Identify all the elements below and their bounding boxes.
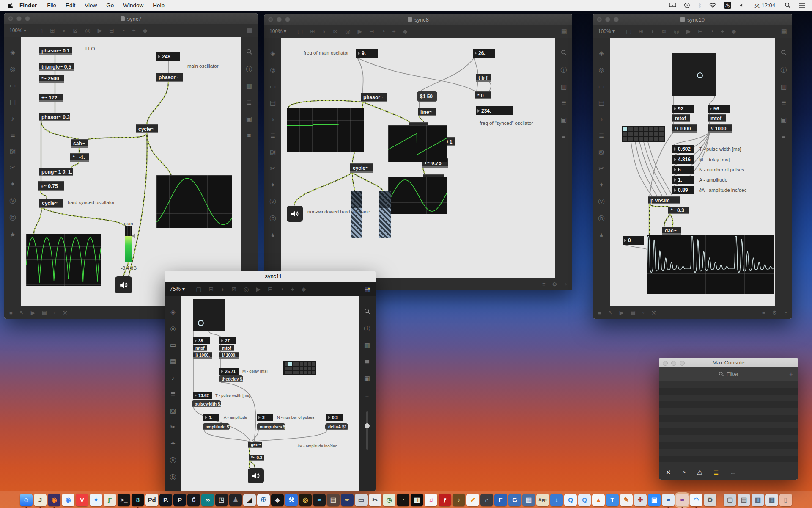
menu-item-go[interactable]: Go bbox=[102, 0, 118, 11]
matrix-cell[interactable] bbox=[654, 132, 658, 135]
object-box[interactable]: !/ 1000. bbox=[672, 124, 697, 133]
bottombar-icon-lock[interactable]: ■ bbox=[598, 309, 601, 316]
bottombar-icon-lock[interactable]: ■ bbox=[9, 309, 13, 316]
object-box[interactable]: mtof bbox=[708, 114, 726, 122]
sidebar-icon-columns[interactable]: ▥ bbox=[246, 82, 252, 90]
sidebar-icon-plug[interactable]: ✦ bbox=[270, 181, 276, 189]
number-box[interactable]: 25.71 bbox=[219, 368, 239, 375]
dock-item-photo-viewer-app[interactable]: ▦ bbox=[522, 494, 535, 506]
console-log-list[interactable] bbox=[659, 381, 798, 465]
dock-item-unity[interactable]: ◆ bbox=[271, 494, 284, 506]
object-box[interactable]: triangle~ 0.5 bbox=[39, 63, 74, 71]
object-box[interactable]: !/ 1000. bbox=[193, 352, 212, 359]
dock-item-p-black-app[interactable]: P bbox=[173, 494, 186, 506]
message-box[interactable]: amplitude $1 bbox=[203, 423, 230, 430]
matrix-cell[interactable] bbox=[634, 132, 638, 135]
volume-icon[interactable] bbox=[739, 0, 745, 11]
sidebar-icon-console[interactable]: ▭ bbox=[270, 83, 276, 90]
bottombar-icon-help[interactable]: ◔ bbox=[784, 309, 787, 316]
menu-item-window[interactable]: Window bbox=[118, 0, 148, 11]
sidebar-icon-clip[interactable]: ✂ bbox=[270, 165, 276, 172]
toolbar-icon-paint[interactable]: ◆ bbox=[143, 27, 148, 34]
sidebar-icon-note[interactable]: ♪ bbox=[171, 374, 175, 381]
toolbar-icon-message[interactable]: ⊞ bbox=[50, 27, 55, 34]
number-box[interactable]: 26. bbox=[473, 49, 495, 58]
console-history-button[interactable]: ◔ bbox=[682, 469, 686, 476]
sidebar-icon-clip[interactable]: ✂ bbox=[599, 165, 604, 172]
number-box[interactable]: 0.602 bbox=[672, 145, 694, 153]
matrix-cell[interactable] bbox=[634, 137, 638, 141]
matrixctrl[interactable] bbox=[622, 126, 665, 142]
speaker-button[interactable] bbox=[287, 206, 303, 222]
number-box[interactable]: 1. bbox=[672, 176, 694, 184]
dock[interactable]: ☺J◉◉V✦Ƒ>_8PdP.Pϐ∞◳♟◢✠◆⚒◎≈▤✒▭✂◷◔▥♫ƒ♪✔∩FG▦… bbox=[0, 491, 812, 508]
sidebar-icon-playlist[interactable]: ≣ bbox=[599, 132, 604, 139]
bottombar-icon-wrench[interactable]: ⚒ bbox=[651, 309, 656, 316]
sidebar-icon-vimeo[interactable]: Ⓥ bbox=[598, 198, 605, 206]
toolbar-icon-add[interactable]: + bbox=[132, 27, 135, 34]
object-box[interactable]: *~ 0.3 bbox=[668, 207, 689, 214]
object-box[interactable]: mtof bbox=[672, 114, 690, 122]
bottombar-icon-mixer[interactable]: ≡ bbox=[542, 281, 546, 287]
toolbar-icon-object[interactable]: ▢ bbox=[196, 286, 201, 293]
dock-item-quicktime-x[interactable]: Q bbox=[578, 494, 591, 506]
toolbar-icon-comment[interactable]: ◗ bbox=[62, 27, 66, 34]
dock-item-green-letters-app[interactable]: Ƒ bbox=[104, 494, 116, 506]
object-box[interactable]: cycle~ bbox=[350, 163, 373, 173]
dock-item-journal-app[interactable]: J bbox=[34, 494, 47, 506]
dock-item-piano-app[interactable]: ▥ bbox=[411, 494, 423, 506]
sidebar-icon-search[interactable] bbox=[246, 49, 252, 56]
sidebar-icon-beta[interactable]: ⓑ bbox=[10, 214, 16, 222]
toolbar-icon-playbar[interactable]: ▶ bbox=[686, 28, 691, 35]
sidebar-icon-image[interactable]: ▨ bbox=[270, 148, 276, 156]
dock-item-g-home-app[interactable]: G bbox=[508, 494, 521, 506]
matrix-cell[interactable] bbox=[623, 127, 627, 131]
spotlight-icon[interactable] bbox=[785, 0, 791, 11]
matrix-cell[interactable] bbox=[649, 127, 653, 131]
sidebar-icon-columns[interactable]: ▥ bbox=[781, 83, 787, 91]
dock-item-cards-app[interactable]: ▤ bbox=[327, 494, 340, 506]
matrix-cell[interactable] bbox=[659, 137, 664, 141]
matrix-cell[interactable] bbox=[285, 367, 288, 370]
sidebar-icon-playlist[interactable]: ≣ bbox=[170, 390, 176, 398]
toolbar-icon-dial[interactable]: ◔ bbox=[710, 28, 713, 35]
console-back-button[interactable]: ← bbox=[730, 469, 736, 476]
toolbar-icon-message[interactable]: ⊞ bbox=[310, 28, 315, 35]
sidebar-icon-mixer[interactable]: ≡ bbox=[365, 391, 369, 398]
dock-item-trash[interactable]: ▯ bbox=[779, 494, 792, 506]
sidebar-icon-columns[interactable]: ▥ bbox=[561, 83, 567, 91]
dock-item-wifi-app[interactable]: ◠ bbox=[690, 494, 702, 506]
sidebar-icon-camera[interactable]: ▣ bbox=[364, 375, 370, 382]
dock-item-p5-black-app[interactable]: P. bbox=[159, 494, 172, 506]
sidebar-icon-console[interactable]: ▭ bbox=[598, 83, 604, 90]
menu-item-file[interactable]: File bbox=[42, 0, 61, 11]
sidebar-icon-clip[interactable]: ✂ bbox=[170, 423, 176, 431]
matrix-cell[interactable] bbox=[288, 362, 291, 366]
sidebar-icon-record[interactable]: ◎ bbox=[270, 66, 275, 74]
sidebar-icon-plug[interactable]: ✦ bbox=[599, 181, 604, 189]
object-box[interactable]: mtof bbox=[193, 345, 207, 351]
object-box[interactable]: gen~ bbox=[248, 442, 262, 448]
object-box[interactable]: dac~ bbox=[662, 227, 681, 235]
matrix-cell[interactable] bbox=[628, 127, 632, 131]
toolbar-icon-grid[interactable]: ▦ bbox=[781, 28, 787, 35]
dock-item-minimized-window-4[interactable]: ▦ bbox=[765, 494, 778, 506]
console-add-button[interactable]: + bbox=[789, 370, 793, 378]
toolbar-icon-add[interactable]: + bbox=[291, 286, 294, 293]
dock-item-propeller-app[interactable]: ✠ bbox=[257, 494, 270, 506]
toolbar-icon-object[interactable]: ▢ bbox=[626, 28, 631, 35]
message-box[interactable]: $1 50 bbox=[417, 91, 437, 102]
toolbar-icon-comment[interactable]: ◗ bbox=[221, 286, 224, 293]
sidebar-icon-note[interactable]: ♪ bbox=[11, 115, 14, 122]
sidebar-icon-star[interactable]: ★ bbox=[270, 232, 275, 239]
zoom-button[interactable] bbox=[185, 273, 190, 279]
sidebar-icon-mixer[interactable]: ≡ bbox=[782, 133, 786, 140]
matrix-cell[interactable] bbox=[644, 137, 648, 141]
matrix-cell[interactable] bbox=[308, 367, 311, 370]
dock-item-wedge-app[interactable]: ◢ bbox=[243, 494, 256, 506]
close-button[interactable] bbox=[268, 17, 273, 22]
sidebar-icon-star[interactable]: ★ bbox=[598, 232, 604, 239]
sidebar-icon-image[interactable]: ▨ bbox=[10, 147, 16, 155]
bottombar-icon-gear[interactable]: ⚙ bbox=[772, 309, 777, 316]
dock-item-robot-app[interactable]: ♟ bbox=[229, 494, 242, 506]
